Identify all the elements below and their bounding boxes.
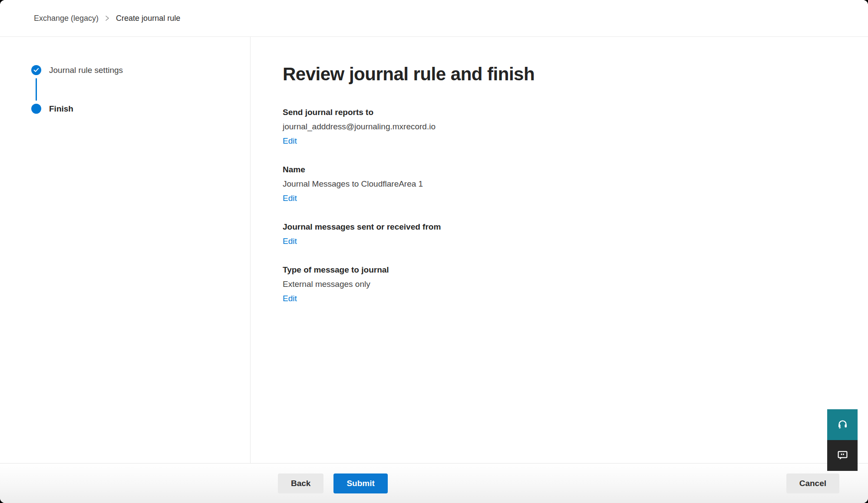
- wizard-step-panel: Journal rule settings Finish: [0, 37, 251, 463]
- breadcrumb-exchange-legacy-link[interactable]: Exchange (legacy): [34, 14, 99, 23]
- field-send-journal-reports-to: Send journal reports to journal_adddress…: [283, 105, 868, 148]
- step-completed-check-icon: [31, 65, 41, 75]
- wizard-step-finish[interactable]: Finish: [31, 104, 250, 114]
- wizard-step-label: Journal rule settings: [49, 66, 123, 75]
- chevron-right-icon: [105, 15, 110, 21]
- wizard-step-journal-rule-settings[interactable]: Journal rule settings: [31, 65, 250, 75]
- field-type-of-message-to-journal: Type of message to journal External mess…: [283, 263, 868, 306]
- field-value: Journal Messages to CloudflareArea 1: [283, 177, 868, 191]
- top-bar: Exchange (legacy) Create journal rule: [0, 0, 868, 37]
- field-journal-messages-sent-or-received-from: Journal messages sent or received from E…: [283, 220, 868, 248]
- field-value: External messages only: [283, 277, 868, 291]
- exchange-admin-window: Exchange (legacy) Create journal rule Jo…: [0, 0, 868, 503]
- edit-scope-link[interactable]: Edit: [283, 234, 297, 248]
- review-content: Review journal rule and finish Send jour…: [251, 37, 868, 463]
- edit-name-link[interactable]: Edit: [283, 191, 297, 205]
- field-label: Name: [283, 162, 868, 177]
- field-label: Type of message to journal: [283, 263, 868, 277]
- help-support-button[interactable]: [827, 409, 858, 440]
- field-name: Name Journal Messages to CloudflareArea …: [283, 162, 868, 205]
- step-connector-line: [36, 78, 37, 101]
- field-value: journal_adddress@journaling.mxrecord.io: [283, 119, 868, 134]
- floating-button-stack: [827, 409, 858, 471]
- breadcrumb: Exchange (legacy) Create journal rule: [34, 14, 180, 23]
- cancel-button[interactable]: Cancel: [786, 473, 839, 493]
- headset-icon: [837, 418, 848, 431]
- wizard-step-label: Finish: [49, 104, 73, 114]
- field-label: Send journal reports to: [283, 105, 868, 119]
- back-button[interactable]: Back: [278, 473, 323, 493]
- breadcrumb-current-page: Create journal rule: [116, 14, 180, 23]
- field-label: Journal messages sent or received from: [283, 220, 868, 234]
- edit-message-type-link[interactable]: Edit: [283, 291, 297, 306]
- footer-action-bar: Back Submit Cancel: [0, 463, 868, 503]
- chat-bubble-icon: [837, 449, 848, 462]
- submit-button[interactable]: Submit: [333, 473, 387, 493]
- step-current-dot-icon: [31, 104, 41, 114]
- feedback-button[interactable]: [827, 440, 858, 471]
- edit-send-journal-reports-link[interactable]: Edit: [283, 134, 297, 148]
- page-title: Review journal rule and finish: [283, 64, 868, 85]
